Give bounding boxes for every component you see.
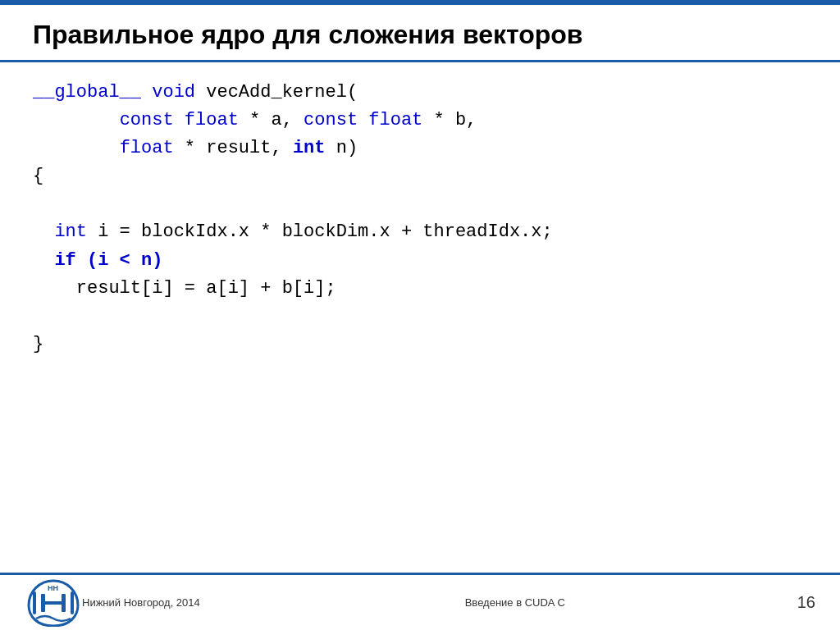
footer: НН Нижний Новгород, 2014 Введение в CUDA… (0, 573, 840, 630)
code-line-1: __global__ void vecAdd_kernel( (33, 79, 807, 107)
svg-rect-0 (33, 591, 36, 614)
svg-rect-4 (41, 601, 66, 605)
code-line-5 (33, 190, 807, 218)
slide-title: Правильное ядро для сложения векторов (33, 20, 583, 49)
code-block: __global__ void vecAdd_kernel( const flo… (33, 79, 807, 358)
title-area: Правильное ядро для сложения векторов (0, 5, 840, 62)
slide: Правильное ядро для сложения векторов __… (0, 0, 840, 630)
footer-city-year: Нижний Новгород, 2014 (82, 596, 200, 609)
svg-rect-1 (71, 591, 74, 614)
code-line-4: { (33, 162, 807, 190)
code-line-3: float * result, int n) (33, 135, 807, 162)
code-line-8: result[i] = a[i] + b[i]; (33, 275, 807, 303)
code-line-9 (33, 303, 807, 331)
content-area: __global__ void vecAdd_kernel( const flo… (0, 71, 840, 573)
footer-page-number: 16 (797, 593, 815, 612)
code-line-2: const float * a, const float * b, (33, 107, 807, 135)
code-line-10: } (33, 331, 807, 358)
footer-course: Введение в CUDA C (233, 596, 797, 609)
code-line-7: if (i < n) (33, 247, 807, 275)
nnu-logo: НН (25, 579, 82, 627)
code-line-6: int i = blockIdx.x * blockDim.x + thread… (33, 218, 807, 246)
svg-text:НН: НН (48, 584, 58, 592)
